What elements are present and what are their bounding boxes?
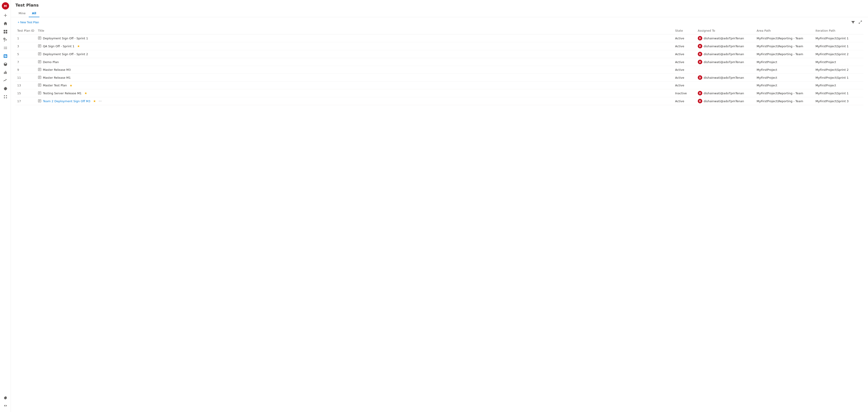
- cell-state: Active: [673, 74, 696, 82]
- sidebar: M: [0, 0, 11, 412]
- avatar: D: [698, 60, 702, 64]
- avatar: D: [698, 44, 702, 48]
- svg-point-12: [4, 97, 5, 98]
- cell-id: 3: [16, 42, 36, 50]
- cell-id: 5: [16, 50, 36, 58]
- cell-iteration-path: MyFirstProject\Sprint 2: [814, 66, 864, 74]
- plan-icon: [38, 91, 41, 95]
- star-icon[interactable]: ★: [93, 99, 96, 103]
- plan-title: Deployment Sign Off - Sprint 1: [43, 37, 88, 40]
- svg-point-13: [6, 97, 7, 98]
- assigned-to-name: dishainwati@adoTpmTenan: [704, 37, 744, 40]
- toolbar: + New Test Plan: [11, 17, 868, 27]
- cell-assigned-to: [696, 82, 755, 89]
- cell-state: Active: [673, 82, 696, 89]
- tabs-row: Mine All: [16, 10, 864, 17]
- project-settings-icon[interactable]: [2, 85, 9, 92]
- cell-state: Active: [673, 42, 696, 50]
- plan-title: Master Test Plan: [43, 84, 67, 87]
- pipelines-icon[interactable]: [2, 44, 9, 52]
- user-avatar[interactable]: M: [2, 2, 9, 9]
- home-icon[interactable]: [2, 20, 9, 27]
- cell-id: 15: [16, 89, 36, 97]
- collapse-sidebar-button[interactable]: [2, 402, 9, 409]
- avatar: D: [698, 52, 702, 56]
- cell-id: 7: [16, 58, 36, 66]
- cell-assigned-to: Ddishainwati@adoTpmTenan: [696, 50, 755, 58]
- cell-title: Master Release M3: [36, 66, 673, 74]
- cell-assigned-to: Ddishainwati@adoTpmTenan: [696, 74, 755, 82]
- cell-title: Master Release M1: [36, 74, 673, 82]
- table-row: 7Demo PlanActiveDdishainwati@adoTpmTenan…: [16, 58, 864, 66]
- plan-icon: [38, 68, 41, 72]
- tab-all[interactable]: All: [29, 10, 39, 17]
- cell-iteration-path: MyFirstProject\Sprint 1: [814, 34, 864, 42]
- cell-title: QA Sign Off - Sprint 1★: [36, 42, 673, 50]
- cell-state: Active: [673, 66, 696, 74]
- cell-iteration-path: MyFirstProject\Sprint 3: [814, 97, 864, 105]
- col-header-title: Title: [36, 27, 673, 34]
- filter-button[interactable]: [850, 19, 856, 25]
- cell-iteration-path: MyFirstProject: [814, 58, 864, 66]
- artifacts-icon[interactable]: [2, 61, 9, 68]
- cell-state: Active: [673, 34, 696, 42]
- cell-iteration-path: MyFirstProject\Sprint 1: [814, 42, 864, 50]
- svg-point-10: [4, 95, 5, 96]
- boards-icon[interactable]: [2, 28, 9, 35]
- cell-id: 13: [16, 82, 36, 89]
- cell-area-path: MyFirstProject\Reporting - Team: [755, 97, 814, 105]
- table-row: 15Testing Server Release M1★InactiveDdis…: [16, 89, 864, 97]
- assigned-to-name: dishainwati@adoTpmTenan: [704, 92, 744, 95]
- reports-icon[interactable]: [2, 69, 9, 76]
- cell-title: Deployment Sign Off - Sprint 2: [36, 50, 673, 58]
- cell-id: 17: [16, 97, 36, 105]
- plan-icon: [38, 83, 41, 88]
- plan-title: QA Sign Off - Sprint 1: [43, 44, 74, 48]
- fullscreen-button[interactable]: [857, 19, 864, 25]
- new-test-plan-button[interactable]: + New Test Plan: [16, 20, 41, 25]
- svg-rect-0: [4, 30, 5, 31]
- svg-rect-3: [6, 32, 7, 33]
- add-icon[interactable]: [2, 12, 9, 19]
- avatar: D: [698, 75, 702, 80]
- plan-icon: [38, 99, 41, 103]
- avatar: D: [698, 91, 702, 95]
- table-row: 3QA Sign Off - Sprint 1★ActiveDdishainwa…: [16, 42, 864, 50]
- cell-id: 9: [16, 66, 36, 74]
- analytics-icon[interactable]: [2, 77, 9, 84]
- more-options-icon[interactable]: ···: [99, 99, 102, 103]
- cell-area-path: MyFirstProject\Reporting - Team: [755, 34, 814, 42]
- cell-assigned-to: Ddishainwati@adoTpmTenan: [696, 58, 755, 66]
- cell-title: Master Test Plan★: [36, 82, 673, 89]
- star-icon[interactable]: ★: [69, 84, 72, 87]
- cell-assigned-to: [696, 66, 755, 74]
- overview-icon[interactable]: [2, 93, 9, 100]
- plan-title: Deployment Sign Off - Sprint 2: [43, 53, 88, 56]
- assigned-to-name: dishainwati@adoTpmTenan: [704, 60, 744, 64]
- star-icon[interactable]: ★: [84, 91, 87, 95]
- tab-mine[interactable]: Mine: [16, 10, 29, 17]
- cell-state: Inactive: [673, 89, 696, 97]
- cell-iteration-path: MyFirstProject\Sprint 1: [814, 74, 864, 82]
- plan-icon: [38, 36, 41, 40]
- cell-area-path: MyFirstProject\Reporting - Team: [755, 50, 814, 58]
- repos-icon[interactable]: [2, 36, 9, 43]
- col-header-state: State: [673, 27, 696, 34]
- cell-assigned-to: Ddishainwati@adoTpmTenan: [696, 97, 755, 105]
- plan-title[interactable]: Team 2 Deployment Sign Off M3: [43, 100, 90, 103]
- plan-icon: [38, 75, 41, 80]
- svg-rect-2: [4, 32, 5, 33]
- plan-title: Testing Server Release M1: [43, 92, 82, 95]
- settings-icon[interactable]: [2, 394, 9, 402]
- table-row: 1Deployment Sign Off - Sprint 1ActiveDdi…: [16, 34, 864, 42]
- assigned-to-name: dishainwati@adoTpmTenan: [704, 76, 744, 79]
- star-icon[interactable]: ★: [77, 44, 80, 48]
- plan-icon: [38, 52, 41, 56]
- table-row: 13Master Test Plan★ActiveMyFirstProjectM…: [16, 82, 864, 89]
- main-content: Test Plans Mine All + New Test Plan Test…: [11, 0, 868, 412]
- col-header-iteration: Iteration Path: [814, 27, 864, 34]
- assigned-to-name: dishainwati@adoTpmTenan: [704, 53, 744, 56]
- cell-iteration-path: MyFirstProject: [814, 82, 864, 89]
- toolbar-right: [850, 19, 864, 25]
- testplans-icon[interactable]: [2, 53, 9, 60]
